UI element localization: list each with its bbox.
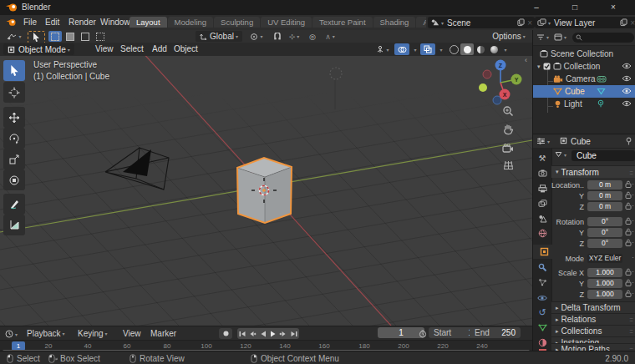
light-data-icon[interactable]: [597, 99, 605, 108]
rotation-z-field[interactable]: 0°: [587, 239, 622, 248]
outliner-filter-icon[interactable]: ▾: [536, 33, 549, 41]
overlays-toggle[interactable]: [394, 43, 409, 55]
scene-selector[interactable]: ▾ Scene ×: [428, 17, 535, 28]
tab-constraints-icon[interactable]: ↺: [533, 306, 551, 320]
panel-drag-handle[interactable]: ::::: [629, 316, 632, 322]
tab-material-icon[interactable]: [533, 336, 551, 350]
tab-uv-editing[interactable]: UV Editing: [261, 17, 312, 28]
tool-cursor[interactable]: [3, 82, 25, 103]
tool-transform[interactable]: [3, 169, 25, 190]
mode-dropdown[interactable]: Object Mode▾: [3, 43, 74, 55]
orientation-dropdown[interactable]: Global▾: [196, 31, 242, 42]
viewport-menu-select[interactable]: Select: [120, 44, 144, 53]
lock-icon[interactable]: [625, 202, 632, 210]
pan-view-icon[interactable]: [500, 122, 516, 137]
tool-annotate[interactable]: [3, 194, 25, 215]
object-name-field[interactable]: Cube: [572, 150, 635, 161]
properties-editor-type-icon[interactable]: ▾: [536, 137, 550, 145]
proportional-falloff-dropdown[interactable]: ∧▾: [321, 31, 339, 42]
outliner-row-scene-collection[interactable]: Scene Collection: [533, 48, 635, 60]
unlink-scene-icon[interactable]: ×: [527, 18, 532, 28]
tab-animation[interactable]: Animation: [416, 17, 426, 28]
animate-dot[interactable]: ·: [632, 227, 634, 235]
outliner-row-camera[interactable]: Camera: [533, 73, 635, 85]
outliner-row-light[interactable]: Light: [533, 98, 635, 110]
remove-view-layer-icon[interactable]: ×: [630, 18, 635, 28]
animate-dot[interactable]: ·: [632, 179, 634, 188]
playback-menu[interactable]: Playback▾: [27, 329, 65, 338]
location-z-field[interactable]: 0 m: [587, 202, 622, 211]
timeline-editor-type-icon[interactable]: ▾: [5, 330, 18, 338]
sidebar-collapse-icon[interactable]: ‹: [525, 56, 527, 64]
jump-to-start-button[interactable]: [238, 330, 246, 338]
scale-x-field[interactable]: 1.000: [587, 268, 622, 277]
maximize-button[interactable]: □: [558, 0, 592, 15]
pivot-point-dropdown[interactable]: ▾: [246, 31, 267, 42]
lock-icon[interactable]: [625, 180, 632, 188]
tool-rotate[interactable]: [3, 128, 25, 149]
tab-view-layer-icon[interactable]: [533, 196, 551, 210]
tab-particles-icon[interactable]: [533, 276, 551, 290]
tab-shading[interactable]: Shading: [373, 17, 416, 28]
use-preview-range-icon[interactable]: [419, 330, 427, 338]
tab-sculpting[interactable]: Sculpting: [214, 17, 260, 28]
disclosure-triangle-icon[interactable]: ▾: [537, 63, 541, 70]
hide-eye-icon[interactable]: [622, 63, 632, 69]
animate-dot[interactable]: ·: [632, 267, 634, 276]
snap-toggle-magnet-icon[interactable]: [271, 31, 284, 42]
tab-layout[interactable]: Layout: [130, 17, 167, 28]
proportional-editing-icon[interactable]: ◎: [306, 31, 319, 42]
xray-toggle[interactable]: [420, 43, 435, 55]
play-reverse-button[interactable]: [259, 330, 267, 338]
next-keyframe-button[interactable]: [279, 330, 287, 338]
select-mode-subtract[interactable]: [79, 31, 92, 42]
record-button[interactable]: [219, 328, 232, 339]
tab-modifiers-icon[interactable]: [533, 260, 551, 275]
outliner-row-cube[interactable]: Cube: [533, 85, 635, 98]
end-frame-field[interactable]: End 250: [470, 327, 521, 338]
jump-to-end-button[interactable]: [290, 330, 298, 338]
rotation-mode-dropdown[interactable]: XYZ Euler: [587, 254, 622, 263]
view-layer-name[interactable]: View Layer: [554, 18, 620, 28]
collections-panel[interactable]: ▸ Collections ::::: [551, 325, 635, 336]
lock-icon[interactable]: [625, 268, 632, 276]
lock-icon[interactable]: [625, 239, 632, 246]
lock-icon[interactable]: [625, 217, 632, 225]
tab-render-icon[interactable]: [533, 166, 551, 180]
select-mode-extend[interactable]: [64, 31, 77, 42]
rotation-x-field[interactable]: 0°: [587, 217, 622, 226]
outliner-display-mode-icon[interactable]: ▾: [554, 33, 566, 41]
transform-panel-header[interactable]: ▾ Transform ::::: [551, 165, 635, 178]
blender-menu-icon[interactable]: [5, 18, 17, 27]
tab-scene-icon[interactable]: [533, 211, 551, 225]
tool-measure[interactable]: [3, 215, 25, 235]
rotation-y-field[interactable]: 0°: [587, 228, 622, 237]
prev-keyframe-button[interactable]: [248, 330, 257, 338]
outliner-row-collection[interactable]: ▾ Collection: [533, 60, 635, 73]
navigation-gizmo[interactable]: Z Y X: [472, 51, 531, 109]
hide-eye-icon[interactable]: [622, 100, 632, 107]
panel-drag-handle[interactable]: ::::: [629, 328, 632, 334]
options-dropdown[interactable]: Options▾: [490, 31, 528, 42]
location-x-field[interactable]: 0 m: [587, 180, 622, 190]
new-scene-icon[interactable]: [517, 18, 525, 27]
perspective-toggle-icon[interactable]: [500, 157, 516, 172]
outliner-search-input[interactable]: [572, 33, 634, 43]
marker-menu[interactable]: Marker: [150, 329, 176, 338]
panel-drag-handle[interactable]: ::::: [629, 169, 632, 175]
zoom-view-icon[interactable]: [500, 104, 516, 119]
snap-settings-dropdown[interactable]: ⊹▾: [285, 31, 303, 42]
viewport-menu-object[interactable]: Object: [174, 44, 198, 53]
tab-object-data-icon[interactable]: [533, 321, 551, 335]
tool-dropdown[interactable]: ▾: [3, 31, 25, 42]
xray-dropdown[interactable]: ▾: [436, 43, 444, 55]
animate-dot[interactable]: ·: [632, 238, 634, 246]
lock-icon[interactable]: [625, 228, 632, 235]
scale-y-field[interactable]: 1.000: [587, 279, 622, 288]
play-button[interactable]: [269, 330, 277, 338]
location-y-field[interactable]: 0 m: [587, 191, 622, 200]
overlays-dropdown[interactable]: ▾: [410, 43, 419, 55]
collection-checkbox[interactable]: [543, 63, 551, 70]
pin-icon[interactable]: [625, 137, 632, 145]
animate-dot[interactable]: ·: [632, 201, 634, 210]
